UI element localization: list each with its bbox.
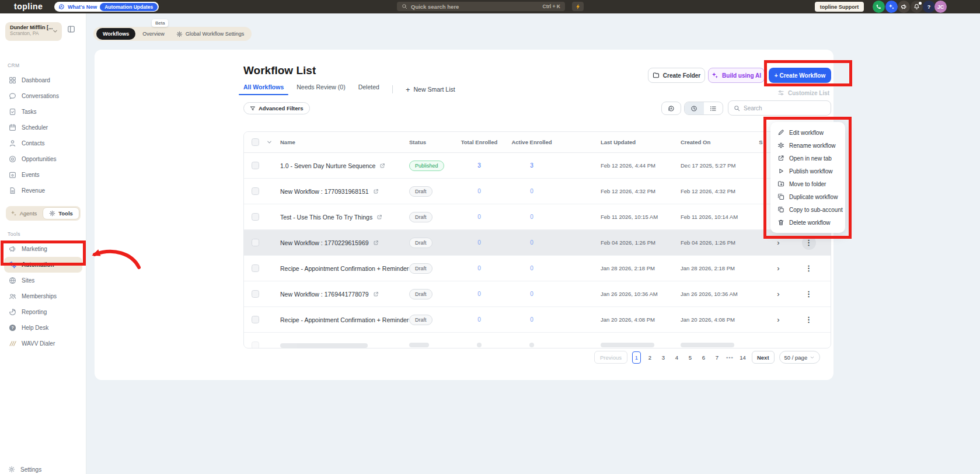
quick-search-input[interactable] (411, 4, 539, 10)
notifications-button[interactable] (911, 1, 923, 13)
build-using-ai-button[interactable]: Build using AI (708, 68, 765, 83)
menu-item-rename[interactable]: Rename workflow (770, 139, 845, 152)
sidebar-item-dashboard[interactable]: Dashboard (4, 72, 82, 88)
page-number-3[interactable]: 3 (659, 351, 668, 364)
page-number-2[interactable]: 2 (646, 351, 654, 364)
row-menu-kebab[interactable]: ⋮ (802, 287, 816, 301)
collapse-sidebar-icon[interactable] (67, 25, 75, 33)
header-name[interactable]: Name (280, 139, 409, 145)
menu-item-open-new-tab[interactable]: Open in new tab (770, 152, 845, 165)
workflow-name-link[interactable]: New Workflow : 1769441778079 (280, 291, 409, 298)
sidebar-item-automation[interactable]: Automation (4, 257, 82, 273)
sidebar-item-opportunities[interactable]: Opportunities (4, 151, 82, 167)
sidebar-item-settings[interactable]: Settings (8, 466, 41, 473)
table-row[interactable]: 1.0 - Seven Day Nurture SequencePublishe… (244, 153, 831, 179)
table-row[interactable]: New Workflow : 1769441778079Draft00Jan 2… (244, 281, 831, 307)
expand-row-chevron[interactable]: › (777, 290, 779, 298)
menu-item-move-folder[interactable]: Move to folder (770, 177, 845, 190)
sidebar-item-scheduler[interactable]: Scheduler (4, 120, 82, 135)
workflow-name-link[interactable]: New Workflow : 1770229615969 (280, 239, 409, 246)
chevron-down-icon[interactable] (266, 139, 273, 145)
row-menu-kebab[interactable]: ⋮ (802, 262, 816, 276)
growth-tools-button[interactable] (885, 1, 898, 13)
sidebar-item-reporting[interactable]: Reporting (4, 304, 82, 320)
total-enrolled-link[interactable]: 3 (477, 162, 481, 169)
page-number-1[interactable]: 1 (632, 351, 641, 364)
sidebar-item-revenue[interactable]: Revenue (4, 183, 82, 198)
announcements-button[interactable] (898, 1, 910, 13)
sidebar-item-contacts[interactable]: Contacts (4, 135, 82, 151)
sidebar-item-events[interactable]: Events (4, 167, 82, 183)
time-view-button[interactable] (685, 102, 704, 114)
tab-all-workflows[interactable]: All Workflows (243, 83, 284, 95)
active-enrolled-link[interactable]: 0 (530, 291, 533, 297)
table-row[interactable]: New Workflow : 1770931968151Draft00Feb 1… (244, 179, 831, 204)
menu-item-edit[interactable]: Edit workflow (770, 126, 845, 139)
sidebar-item-wavv-dialer[interactable]: WAVV Dialer (4, 336, 82, 351)
sidebar-item-conversations[interactable]: Conversations (4, 88, 82, 104)
header-total-enrolled[interactable]: Total Enrolled (456, 139, 503, 145)
row-menu-kebab[interactable]: ⋮ (802, 236, 816, 250)
table-row[interactable]: Test - Use This One To Try ThingsDraft00… (244, 204, 831, 230)
header-active-enrolled[interactable]: Active Enrolled (503, 139, 561, 145)
menu-item-duplicate[interactable]: Duplicate workflow (770, 190, 845, 203)
menu-item-copy-sub-account[interactable]: Copy to sub-account (770, 203, 845, 216)
tab-overview[interactable]: Overview (138, 31, 169, 37)
advanced-filters-button[interactable]: Advanced Filters (243, 102, 310, 114)
header-status[interactable]: Status (409, 139, 456, 145)
page-number-4[interactable]: 4 (672, 351, 681, 364)
quick-actions-button[interactable] (572, 2, 584, 11)
expand-row-chevron[interactable]: › (777, 315, 779, 324)
sidebar-item-memberships[interactable]: Memberships (4, 288, 82, 304)
active-enrolled-link[interactable]: 0 (530, 316, 533, 323)
menu-item-delete[interactable]: Delete workflow (770, 216, 845, 229)
workflow-name-link[interactable]: Recipe - Appointment Confirmation + Remi… (280, 316, 409, 323)
table-row[interactable]: New Workflow : 1770229615969Draft00Feb 0… (244, 230, 831, 256)
active-enrolled-link[interactable]: 0 (530, 188, 533, 194)
workflow-name-link[interactable]: Test - Use This One To Try Things (280, 214, 409, 221)
page-size-select[interactable]: 50 / page (779, 351, 821, 364)
row-checkbox[interactable] (252, 187, 259, 195)
row-menu-kebab[interactable]: ⋮ (802, 313, 816, 327)
workflow-name-link[interactable]: 1.0 - Seven Day Nurture Sequence (280, 162, 409, 169)
tab-workflows[interactable]: Workflows (96, 28, 135, 40)
total-enrolled-link[interactable]: 0 (477, 291, 481, 297)
page-number-14[interactable]: 14 (738, 351, 747, 364)
workflow-name-link[interactable]: Recipe - Appointment Confirmation + Remi… (280, 265, 409, 272)
automation-updates-badge[interactable]: Automation Updates (100, 3, 158, 11)
active-enrolled-link[interactable]: 0 (530, 265, 533, 271)
help-button[interactable]: ? (923, 1, 935, 13)
table-row[interactable]: Recipe - Appointment Confirmation + Remi… (244, 307, 831, 333)
row-checkbox[interactable] (252, 290, 259, 298)
total-enrolled-link[interactable]: 0 (477, 214, 481, 220)
page-number-6[interactable]: 6 (699, 351, 708, 364)
row-checkbox[interactable] (252, 239, 259, 246)
total-enrolled-link[interactable]: 0 (477, 316, 481, 323)
phone-button[interactable] (873, 1, 885, 13)
active-enrolled-link[interactable]: 0 (530, 214, 533, 220)
row-checkbox[interactable] (252, 264, 259, 272)
sidebar-item-help-desk[interactable]: ?Help Desk (4, 320, 82, 336)
workspace-selector[interactable]: Dunder Mifflin [... Scranton, PA (5, 22, 62, 41)
sidebar-item-marketing[interactable]: Marketing (4, 241, 82, 257)
total-enrolled-link[interactable]: 0 (477, 188, 481, 194)
total-enrolled-link[interactable]: 0 (477, 265, 481, 271)
previous-page-button[interactable]: Previous (594, 351, 627, 364)
whats-new-button[interactable]: What's New Automation Updates (54, 2, 159, 12)
workflow-search-input[interactable] (744, 105, 825, 111)
next-page-button[interactable]: Next (752, 351, 775, 364)
enrollment-history-button[interactable] (661, 102, 681, 115)
expand-row-chevron[interactable]: › (777, 238, 779, 247)
create-folder-button[interactable]: Create Folder (648, 68, 705, 83)
page-number-5[interactable]: 5 (686, 351, 695, 364)
page-number-7[interactable]: 7 (713, 351, 721, 364)
quick-search[interactable]: Ctrl + K (397, 2, 565, 11)
expand-row-chevron[interactable]: › (777, 264, 779, 273)
active-enrolled-link[interactable]: 0 (530, 239, 533, 246)
toggle-agents[interactable]: Agents (6, 206, 41, 221)
tab-deleted[interactable]: Deleted (358, 83, 379, 95)
table-row[interactable]: Recipe - Appointment Confirmation + Remi… (244, 256, 831, 281)
toggle-tools[interactable]: Tools (43, 207, 79, 219)
customize-list-button[interactable]: Customize List (777, 89, 829, 96)
tab-needs-review[interactable]: Needs Review (0) (297, 83, 345, 95)
